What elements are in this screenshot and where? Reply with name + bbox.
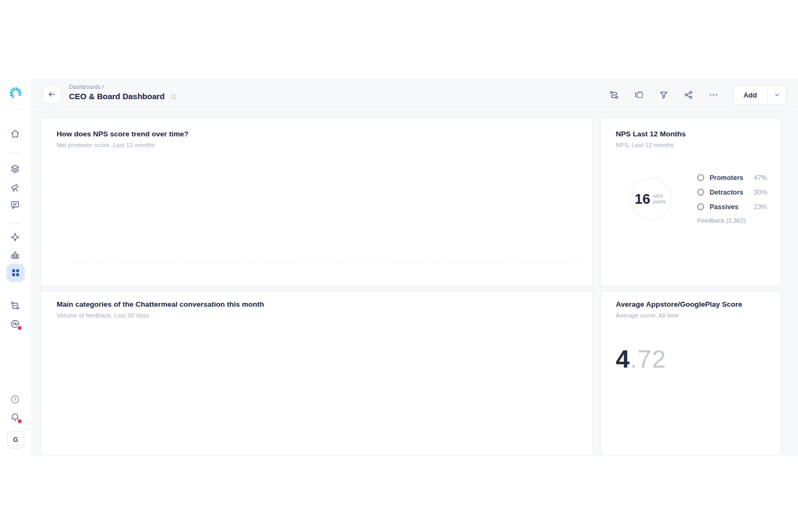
- chevron-down-icon: [773, 91, 781, 99]
- notification-dot: [18, 326, 22, 330]
- avg-score-value: 4.72: [616, 344, 666, 374]
- telescope-icon: [10, 182, 20, 193]
- nps-points-value: 16: [635, 191, 650, 208]
- categories-card: Main categories of the Chattermeal conve…: [40, 291, 593, 455]
- sidebar-item-journeys[interactable]: [10, 300, 20, 311]
- sidebar-item-analytics[interactable]: [10, 250, 20, 260]
- home-icon: [10, 128, 20, 139]
- feedback-count: Feedback (1,362): [697, 217, 746, 224]
- donut-center: 16 NPS points: [619, 168, 682, 230]
- sidebar-item-health[interactable]: [10, 319, 20, 329]
- avg-score-card: Average Appstore/GooglePlay Score Averag…: [601, 291, 781, 455]
- filter-icon[interactable]: [658, 89, 669, 100]
- avg-score-sparkline: [616, 397, 774, 419]
- arrow-left-icon: [47, 89, 57, 99]
- sidebar-item-conversations[interactable]: [10, 199, 20, 210]
- avatar-initial: G: [13, 436, 18, 444]
- date-range-icon[interactable]: [634, 89, 644, 100]
- legend-marker: [697, 203, 704, 210]
- legend-item-passives: Passives 23%: [697, 199, 767, 214]
- more-ellipsis-icon[interactable]: [708, 89, 719, 100]
- nps-trend-line-chart: [41, 118, 593, 285]
- back-button[interactable]: [42, 85, 61, 104]
- legend-marker: [697, 189, 704, 196]
- page-title: CEO & Board Dashboard: [69, 92, 165, 101]
- page-header: Dashboards / CEO & Board Dashboard: [31, 78, 798, 112]
- sidebar-item-discover[interactable]: [10, 182, 20, 193]
- nps-trend-card: How does NPS score trend over time? Net …: [40, 118, 593, 287]
- svg-text:?: ?: [13, 397, 17, 402]
- card-subtitle: Average score, All time: [616, 312, 679, 319]
- sparkle-icon: [10, 232, 20, 243]
- dashboard-grid-icon: [10, 267, 21, 278]
- share-icon[interactable]: [683, 89, 694, 100]
- notification-dot: [18, 419, 22, 423]
- card-title: Average Appstore/GooglePlay Score: [616, 300, 742, 308]
- donut-legend: Promoters 47% Detractors 30% Passives 23…: [697, 170, 767, 214]
- nps-12m-card: NPS Last 12 Months NPS, Last 12 months 1…: [601, 118, 781, 287]
- nps-mini-sparkline: [616, 233, 774, 267]
- brand-logo[interactable]: [9, 86, 23, 100]
- sidebar-divider: [9, 153, 21, 153]
- journey-flow-icon: [10, 300, 20, 311]
- sidebar-item-home[interactable]: [10, 128, 20, 139]
- card-subtitle: NPS, Last 12 months: [616, 142, 674, 148]
- help-icon: ?: [10, 394, 20, 405]
- sidebar-item-data-layers[interactable]: [10, 163, 20, 174]
- breadcrumb-block: Dashboards / CEO & Board Dashboard: [69, 84, 178, 101]
- sidebar-header: [0, 78, 31, 110]
- legend-marker: [697, 174, 704, 181]
- categories-bar-chart: [41, 292, 593, 454]
- sidebar-item-notifications[interactable]: [10, 412, 20, 423]
- user-avatar[interactable]: G: [7, 431, 24, 448]
- nps-points-label: NPS points: [653, 194, 666, 205]
- add-split-button: Add: [733, 85, 787, 105]
- bar-chart-icon: [10, 250, 20, 260]
- sidebar-item-dashboards-active[interactable]: [6, 264, 25, 282]
- sidebar: ? G: [0, 78, 31, 455]
- legend-item-promoters: Promoters 47%: [697, 170, 767, 185]
- journey-flow-icon[interactable]: [609, 89, 620, 100]
- gauge-logo-icon: [9, 86, 23, 100]
- sidebar-item-help[interactable]: ?: [10, 394, 20, 405]
- card-title: NPS Last 12 Months: [616, 130, 686, 138]
- legend-item-detractors: Detractors 30%: [697, 185, 767, 199]
- sidebar-divider: [9, 223, 21, 224]
- chat-icon: [10, 199, 20, 210]
- header-actions: Add: [609, 85, 787, 105]
- sidebar-item-insights[interactable]: [10, 232, 20, 243]
- add-button[interactable]: Add: [733, 85, 767, 105]
- add-dropdown-button[interactable]: [767, 85, 786, 105]
- layers-icon: [10, 163, 20, 174]
- main-area: Dashboards / CEO & Board Dashboard: [31, 78, 798, 455]
- nps-donut-chart: 16 NPS points: [619, 168, 682, 230]
- breadcrumb[interactable]: Dashboards /: [69, 84, 178, 90]
- star-favorite-icon[interactable]: [169, 92, 178, 101]
